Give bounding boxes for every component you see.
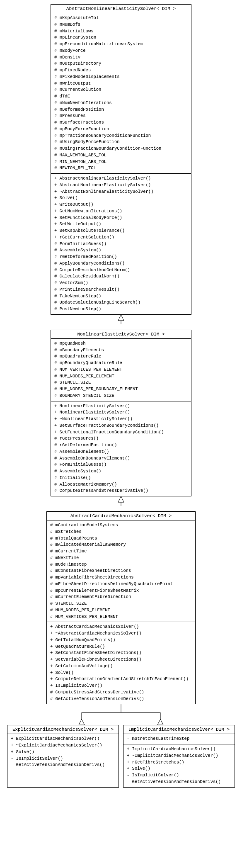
ac-attr-9: # mFibreSheetDirectionsDefinedByQuadratu…	[50, 581, 192, 588]
ac-attr-14: # NUM_VERTICES_PER_ELEMENT	[50, 614, 192, 620]
attr-19: # mUsingBodyForceFunction	[54, 139, 188, 146]
attr-14: # mDeformedPosition	[54, 107, 188, 113]
ac-attr-7: # mConstantFibreSheetDirections	[50, 568, 192, 574]
ne-method-4: + SetFunctionalTractionBoundaryCondition…	[54, 429, 188, 436]
attr-9: # mFixedNodeDisplacements	[54, 74, 188, 80]
ac-attr-2: # mTotalQuadPoints	[50, 535, 192, 542]
svg-marker-1	[118, 315, 124, 321]
method-14: # ComputeResidualAndGetNorm()	[54, 267, 188, 274]
ne-method-11: # Initialise()	[54, 475, 188, 481]
attr-4: # mpPreconditionMatrixLinearSystem	[54, 41, 188, 48]
ac-method-8: + ComputeDeformationGradientAndStretchIn…	[50, 676, 192, 683]
ac-attr-12: # STENCIL_SIZE	[50, 601, 192, 607]
ic-attr-0: - mStretchesLastTimeStep	[127, 736, 231, 742]
abstract-nonlinear-attributes: # mKspAbsoluteTol # mNumDofs # mMaterial…	[51, 13, 191, 174]
method-18: # TakeNewtonStep()	[54, 293, 188, 300]
ne-method-9: # FormInitialGuess()	[54, 462, 188, 468]
ne-method-3: + SetSurfaceTractionBoundaryConditions()	[54, 423, 188, 429]
ec-method-1: + ~ExplicitCardiacMechanicsSolver()	[11, 742, 115, 749]
method-15: # CalculateResidualNorm()	[54, 273, 188, 280]
method-17: # PrintLineSearchResult()	[54, 287, 188, 293]
ic-method-5: - GetActiveTensionAndTensionDerivs()	[127, 779, 231, 785]
ne-method-0: + NonlinearElasticitySolver()	[54, 403, 188, 410]
ne-attr-8: # BOUNDARY_STENCIL_SIZE	[54, 393, 188, 399]
attr-0: # mKspAbsoluteTol	[54, 15, 188, 22]
ac-method-2: + GetTotalNumQuadPoints()	[50, 637, 192, 644]
ac-attr-5: # mNextTime	[50, 555, 192, 562]
attr-12: # dTdE	[54, 93, 188, 100]
ne-method-13: # ComputeStressAndStressDerivative()	[54, 488, 188, 494]
implicit-cardiac-attributes: - mStretchesLastTimeStep	[123, 734, 235, 744]
implicit-cardiac-box: ImplicitCardiacMechanicsSolver< DIM > - …	[123, 725, 235, 787]
ic-method-2: + rGetFibreStretches()	[127, 759, 231, 766]
uml-diagram: AbstractNonlinearElasticitySolver< DIM >…	[4, 4, 238, 788]
implicit-cardiac-title: ImplicitCardiacMechanicsSolver< DIM >	[123, 725, 235, 734]
ac-method-6: + SetCalciumAndVoltage()	[50, 663, 192, 670]
ac-method-4: + SetConstantFibreSheetDirections()	[50, 650, 192, 656]
method-8: + SetKspAbsoluteTolerance()	[54, 228, 188, 234]
abstract-nonlinear-box: AbstractNonlinearElasticitySolver< DIM >…	[51, 4, 191, 315]
method-13: # ApplyBoundaryConditions()	[54, 260, 188, 267]
svg-marker-9	[157, 719, 163, 725]
ec-method-2: + Solve()	[11, 749, 115, 756]
attr-6: # mDensity	[54, 54, 188, 61]
ne-attr-3: # mpBoundaryQuadratureRule	[54, 360, 188, 367]
ne-attr-0: # mpQuadMesh	[54, 340, 188, 347]
ac-method-0: + AbstractCardiacMechanicsSolver()	[50, 624, 192, 630]
ac-attr-3: # mAllocatedMaterialLawMemory	[50, 542, 192, 548]
attr-13: # mNumNewtonIterations	[54, 100, 188, 107]
ec-method-3: - IsImplicitSolver()	[11, 756, 115, 762]
ic-method-0: + ImplicitCardiacMechanicsSolver()	[127, 746, 231, 753]
ne-attr-1: # mBoundaryElements	[54, 347, 188, 354]
ac-attr-0: # mContractionModelSystems	[50, 522, 192, 529]
ne-attr-4: # NUM_VERTICES_PER_ELEMENT	[54, 367, 188, 373]
split-arrow-svg	[42, 704, 200, 725]
abstract-nonlinear-methods: + AbstractNonlinearElasticitySolver() + …	[51, 174, 191, 314]
nonlinear-elasticity-title: NonlinearElasticitySolver< DIM >	[51, 330, 191, 339]
method-7: + SetWriteOutput()	[54, 221, 188, 228]
ne-method-5: # rGetPressures()	[54, 435, 188, 442]
attr-22: # MIN_NEWTON_ABS_TOL	[54, 159, 188, 165]
method-5: + GetNumNewtonIterations()	[54, 208, 188, 215]
ic-method-1: + ~ImplicitCardiacMechanicsSolver()	[127, 753, 231, 759]
explicit-cardiac-methods: + ExplicitCardiacMechanicsSolver() + ~Ex…	[7, 734, 119, 770]
method-20: # PostNewtonStep()	[54, 306, 188, 313]
attr-20: # mUsingTractionBoundaryConditionFunctio…	[54, 146, 188, 152]
attr-21: # MAX_NEWTON_ABS_TOL	[54, 152, 188, 159]
method-0: + AbstractNonlinearElasticitySolver()	[54, 175, 188, 182]
attr-10: # mWriteOutput	[54, 80, 188, 87]
ac-attr-11: # mCurrentElementFibreDirection	[50, 594, 192, 601]
nonlinear-elasticity-box: NonlinearElasticitySolver< DIM > # mpQua…	[51, 330, 191, 496]
explicit-cardiac-title: ExplicitCardiacMechanicsSolver< DIM >	[7, 725, 119, 734]
method-2: + ~AbstractNonlinearElasticitySolver()	[54, 189, 188, 195]
arrow-abstract-to-nonlinear	[113, 315, 129, 330]
ac-method-5: + SetVariableFibreSheetDirections()	[50, 656, 192, 663]
ne-attr-5: # NUM_NODES_PER_ELEMENT	[54, 373, 188, 380]
method-16: # VectorSum()	[54, 280, 188, 287]
method-9: + rGetCurrentSolution()	[54, 234, 188, 241]
ne-method-1: + NonlinearElasticitySolver()	[54, 409, 188, 416]
abstract-cardiac-box: AbstractCardiacMechanicsSolver< DIM > # …	[46, 511, 196, 704]
ne-attr-2: # mpQuadratureRule	[54, 353, 188, 360]
ne-method-7: # AssembleOnElement()	[54, 449, 188, 455]
ac-attr-1: # mStretches	[50, 529, 192, 535]
method-3: + Solve()	[54, 195, 188, 202]
ic-method-3: + Solve()	[127, 766, 231, 772]
attr-1: # mNumDofs	[54, 22, 188, 28]
ne-method-2: + ~NonlinearElasticitySolver()	[54, 416, 188, 423]
ac-method-10: # ComputeStressAndStressDerivative()	[50, 689, 192, 696]
attr-18: # mpTractionBoundaryConditionFunction	[54, 133, 188, 139]
ac-attr-10: # mpCurrentElementFibreSheetMatrix	[50, 588, 192, 594]
attr-17: # mpBodyForceFunction	[54, 126, 188, 133]
implicit-cardiac-methods: + ImplicitCardiacMechanicsSolver() + ~Im…	[123, 744, 235, 787]
method-19: # UpdateSolutionUsingLineSearch()	[54, 299, 188, 306]
ac-attr-13: # NUM_NODES_PER_ELEMENT	[50, 607, 192, 614]
attr-23: # NEWTON_REL_TOL	[54, 165, 188, 172]
attr-16: # mSurfaceTractions	[54, 119, 188, 126]
method-11: # AssembleSystem()	[54, 247, 188, 254]
bottom-row: ExplicitCardiacMechanicsSolver< DIM > + …	[0, 725, 242, 787]
method-10: # FormInitialGuess()	[54, 241, 188, 248]
abstract-nonlinear-title: AbstractNonlinearElasticitySolver< DIM >	[51, 5, 191, 13]
attr-11: # mCurrentSolution	[54, 87, 188, 93]
ic-method-4: - IsImplicitSolver()	[127, 772, 231, 779]
